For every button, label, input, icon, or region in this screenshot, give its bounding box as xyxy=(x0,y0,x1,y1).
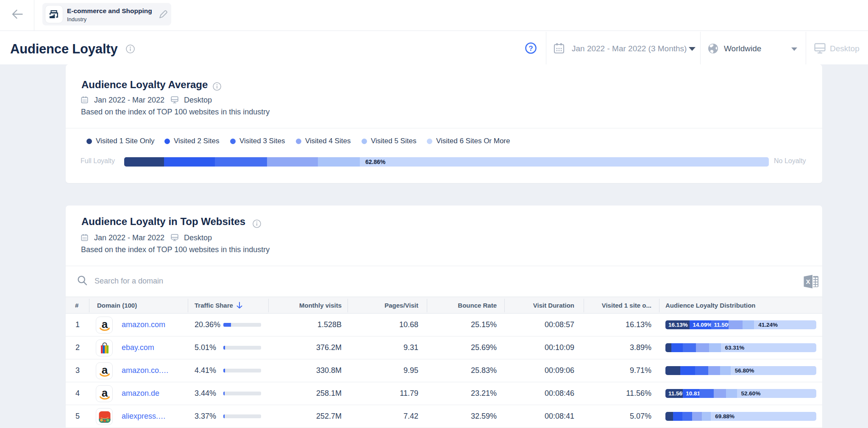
svg-text:a: a xyxy=(102,319,108,331)
svg-text:a: a xyxy=(102,388,108,399)
svg-text:?: ? xyxy=(529,44,533,53)
svg-text:a: a xyxy=(102,365,108,376)
svg-text:X: X xyxy=(806,278,810,285)
